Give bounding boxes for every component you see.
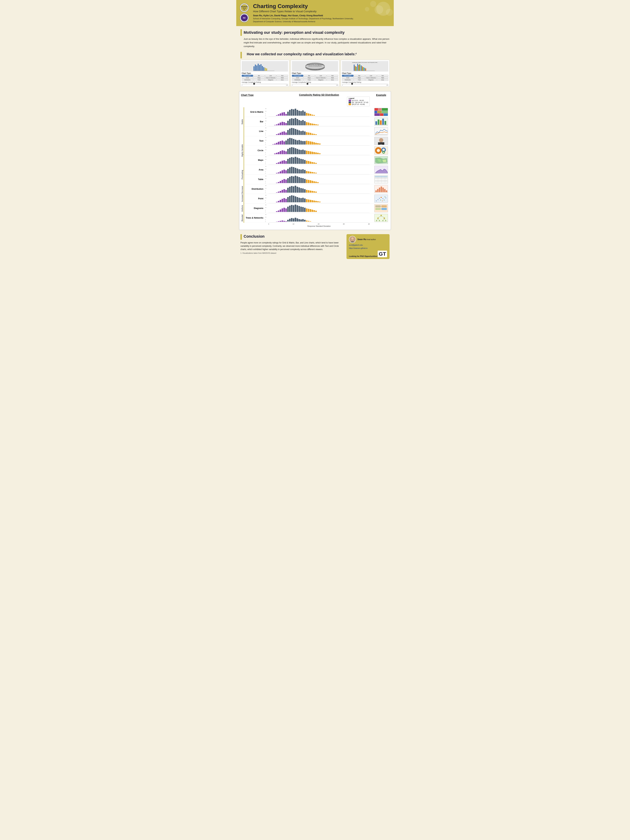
svg-rect-202 xyxy=(313,163,315,164)
svg-rect-86 xyxy=(313,124,315,125)
ct-bar-2[interactable]: Bar xyxy=(303,75,315,77)
rating-card-3: Inadequate budget is the reason most fre… xyxy=(341,60,390,87)
svg-rect-230 xyxy=(315,173,317,174)
ct-diag-3[interactable]: Diagrams xyxy=(365,79,377,81)
svg-rect-30 xyxy=(363,67,364,71)
svg-rect-83 xyxy=(308,123,309,125)
chart-body: Stable Grid & Matrix Bar Line Highly Var… xyxy=(241,107,389,228)
svg-text:20: 20 xyxy=(265,149,267,150)
svg-rect-165 xyxy=(298,150,300,154)
svg-point-406 xyxy=(377,199,378,200)
svg-line-428 xyxy=(378,216,381,218)
ct-line-2[interactable]: Line xyxy=(315,75,327,77)
svg-rect-33 xyxy=(354,71,375,71)
ct-table-2[interactable]: Table xyxy=(327,77,338,79)
ct-text-3[interactable]: Text xyxy=(377,75,388,77)
svg-rect-32 xyxy=(365,68,366,71)
card3-complexity-range: 0100 xyxy=(342,85,388,86)
ct-grid-matrix-2[interactable]: Grid & Matrix xyxy=(292,75,303,77)
ct-line-1[interactable]: Line xyxy=(265,75,276,77)
legend-q5-color xyxy=(349,103,351,105)
ct-trees-1[interactable]: Trees & Networks xyxy=(265,77,276,79)
ct-point-3[interactable]: Point xyxy=(354,79,365,81)
example-trees-networks xyxy=(373,213,389,223)
svg-rect-275 xyxy=(297,187,298,193)
ct-circle-1[interactable]: Circle xyxy=(242,77,253,79)
ct-dist-2[interactable]: Distribution xyxy=(292,79,303,81)
svg-rect-304 xyxy=(300,198,302,202)
svg-rect-185 xyxy=(281,161,283,164)
ct-grid-matrix-1[interactable]: Grid & Matrix xyxy=(242,75,253,77)
ct-trees-2[interactable]: Trees & Networks xyxy=(315,77,327,79)
svg-rect-129 xyxy=(287,139,289,145)
card2-complexity-bar xyxy=(292,84,338,85)
svg-rect-87 xyxy=(315,124,317,125)
svg-rect-186 xyxy=(284,160,285,164)
main-chart-section: Chart Type Complexity Rating SD Distribu… xyxy=(236,89,394,232)
svg-rect-176 xyxy=(319,153,321,154)
ct-point-1[interactable]: Point xyxy=(253,79,265,81)
ct-diag-2[interactable]: Diagrams xyxy=(315,79,327,81)
svg-rect-238 xyxy=(280,181,281,183)
svg-rect-415 xyxy=(375,205,381,207)
svg-rect-67 xyxy=(278,123,279,125)
ct-dist-3[interactable]: Distribution xyxy=(342,79,353,81)
svg-text:20: 20 xyxy=(265,111,267,112)
svg-rect-390 xyxy=(375,176,387,177)
ct-text-2[interactable]: Text xyxy=(327,75,338,77)
svg-rect-192 xyxy=(295,157,296,164)
svg-rect-158 xyxy=(286,152,287,154)
svg-text:35: 35 xyxy=(265,175,267,177)
chart-col1-header: Chart Type xyxy=(241,94,254,96)
ct-circle-3[interactable]: Circle xyxy=(342,77,353,79)
svg-text:35: 35 xyxy=(265,147,267,148)
svg-rect-6 xyxy=(253,66,254,71)
svg-rect-330 xyxy=(295,205,296,212)
svg-rect-325 xyxy=(286,208,287,212)
ct-trees-3[interactable]: Trees & Networks xyxy=(365,77,377,79)
svg-rect-255 xyxy=(311,181,313,183)
ct-diag-1[interactable]: Diagrams xyxy=(265,79,276,81)
svg-rect-372 xyxy=(382,111,388,113)
svg-text:0: 0 xyxy=(265,211,266,212)
ct-area-3[interactable]: Area xyxy=(377,79,388,81)
ct-bar-3[interactable]: Bar xyxy=(354,75,365,77)
svg-rect-246 xyxy=(295,176,296,183)
hist-circle: 35 20 5 0 xyxy=(265,146,373,155)
ct-point-2[interactable]: Point xyxy=(303,79,315,81)
svg-rect-14 xyxy=(265,68,266,71)
ct-grid-matrix-3[interactable]: Grid & Matrix xyxy=(342,75,353,77)
ct-text-1[interactable]: Text xyxy=(276,75,288,77)
ct-maps-2[interactable]: Maps xyxy=(303,77,315,79)
svg-rect-241 xyxy=(286,180,287,183)
x-tick-10: 10 xyxy=(293,223,294,225)
svg-point-426 xyxy=(382,220,384,221)
ct-bar-1[interactable]: Bar xyxy=(253,75,265,77)
svg-rect-374 xyxy=(380,114,384,116)
ct-line-3[interactable]: Line xyxy=(365,75,377,77)
chart-thumbnail-1 xyxy=(242,61,288,71)
svg-rect-98 xyxy=(284,131,285,135)
svg-rect-375 xyxy=(384,114,388,116)
ct-maps-1[interactable]: Maps xyxy=(253,77,265,79)
ct-dist-1[interactable]: Distribution xyxy=(242,79,253,81)
svg-rect-349 xyxy=(280,221,281,222)
svg-rect-57 xyxy=(310,114,311,116)
ct-area-1[interactable]: Area xyxy=(276,79,288,81)
ct-circle-2[interactable]: Circle xyxy=(292,77,303,79)
ct-table-3[interactable]: Table xyxy=(377,77,388,79)
collected-heading: How we collected our complexity ratings … xyxy=(247,52,357,56)
svg-rect-367 xyxy=(374,108,378,111)
card1-complexity-dot xyxy=(253,83,255,85)
svg-rect-65 xyxy=(274,125,276,125)
svg-rect-84 xyxy=(310,123,311,125)
legend-q5-label: Q5 (27.13 - 41.93) xyxy=(352,103,365,105)
ct-area-2[interactable]: Area xyxy=(327,79,338,81)
ct-table-1[interactable]: Table xyxy=(276,77,288,79)
author-info: Sean Ru lead author xyxy=(357,238,376,241)
svg-rect-240 xyxy=(284,179,285,183)
ct-maps-3[interactable]: Maps xyxy=(354,77,365,79)
svg-rect-402 xyxy=(382,188,384,192)
svg-rect-101 xyxy=(289,129,291,135)
author-role: lead author xyxy=(367,238,376,240)
